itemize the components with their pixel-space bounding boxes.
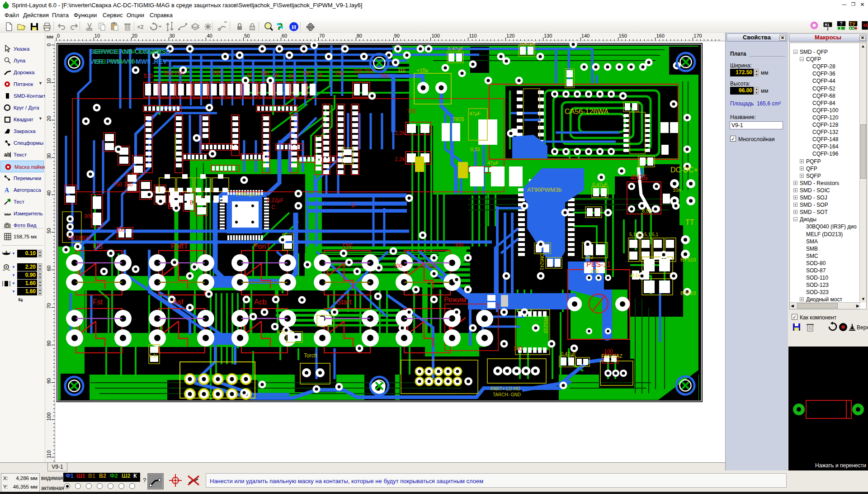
svg-text:750 750: 750 750 (164, 71, 184, 77)
svg-text:6,8k: 6,8k (642, 208, 651, 214)
svg-text:CA56-126WA: CA56-126WA (565, 108, 609, 115)
svg-text:0,47µF: 0,47µF (448, 46, 463, 52)
svg-text:DS: DS (343, 242, 353, 250)
svg-text:1k: 1k (246, 72, 253, 78)
svg-text:PoffT: PoffT (171, 242, 188, 250)
svg-text:750: 750 (407, 108, 416, 114)
svg-text:0,22µF: 0,22µF (267, 197, 284, 204)
svg-text:270: 270 (590, 269, 599, 274)
svg-text:10n: 10n (673, 187, 681, 193)
svg-text:+15v: +15v (416, 67, 428, 74)
svg-text:B: B (190, 200, 193, 206)
svg-text:750 750: 750 750 (113, 181, 133, 188)
svg-text:AT90PWM3b: AT90PWM3b (527, 186, 561, 193)
svg-text:0,33: 0,33 (470, 147, 480, 152)
svg-text:DS18B20: DS18B20 (68, 235, 91, 241)
svg-text:310: 310 (212, 70, 222, 76)
svg-text:300: 300 (454, 242, 463, 248)
svg-text:510: 510 (144, 73, 153, 79)
svg-text:US: US (93, 242, 103, 250)
svg-text:ab: ab (4, 152, 10, 158)
svg-text:FAN GAZ: FAN GAZ (601, 353, 623, 359)
svg-text:1k: 1k (316, 72, 323, 78)
svg-text:Asf: Asf (173, 298, 184, 306)
svg-text:2,2k: 2,2k (395, 130, 406, 136)
svg-text:PES-11: PES-11 (586, 261, 611, 268)
svg-text:2n2: 2n2 (585, 254, 593, 260)
svg-text:750: 750 (260, 71, 269, 77)
svg-text:M: M (863, 23, 868, 28)
svg-text:9,1v: 9,1v (631, 272, 641, 278)
svg-text:TT: TT (685, 218, 694, 226)
svg-text:Режим: Режим (444, 296, 466, 304)
svg-text:300: 300 (84, 213, 93, 219)
svg-text:DC-DC+: DC-DC+ (670, 166, 698, 174)
svg-text:ТУ: ТУ (849, 21, 856, 27)
svg-text:100: 100 (116, 227, 125, 233)
svg-text:ON5241: ON5241 (539, 253, 544, 271)
svg-text:0,47µF: 0,47µF (592, 182, 608, 187)
svg-text:BYS10: BYS10 (680, 257, 696, 262)
svg-text:2,2k: 2,2k (395, 156, 406, 162)
svg-text:PonT: PonT (253, 242, 270, 250)
svg-text:И: И (292, 24, 296, 30)
svg-text:Start: Start (336, 298, 352, 306)
svg-text:D: D (351, 202, 355, 209)
svg-text:750: 750 (335, 71, 344, 77)
svg-text:Acb: Acb (254, 298, 267, 306)
svg-text:750: 750 (302, 71, 311, 77)
svg-text:Torch: Torch (304, 352, 317, 359)
svg-text:470: 470 (278, 330, 285, 335)
svg-text:0,47µF: 0,47µF (561, 351, 576, 356)
svg-text:A: A (5, 187, 9, 194)
svg-text:330 750: 330 750 (354, 68, 373, 75)
svg-text:47µF: 47µF (469, 111, 481, 116)
svg-text:ATMega16: ATMega16 (236, 191, 260, 197)
svg-text:5,1 5,1 5,1 5,1: 5,1 5,1 5,1 5,1 (629, 232, 658, 237)
svg-text:VER. PWM-V9: VER. PWM-V9 (93, 58, 135, 65)
svg-text:C: C (271, 204, 275, 210)
svg-text:1k: 1k (273, 72, 279, 78)
svg-text:300: 300 (393, 263, 402, 269)
svg-text:100: 100 (513, 346, 522, 352)
svg-text:1k: 1k (288, 73, 295, 79)
svg-text:IRS210: IRS210 (543, 317, 548, 333)
svg-text:TARCH- GND: TARCH- GND (493, 392, 521, 397)
svg-text:7805: 7805 (452, 116, 464, 123)
svg-text:5,1k: 5,1k (149, 353, 158, 358)
svg-text:322: 322 (427, 263, 436, 269)
svg-text:A: A (168, 202, 171, 209)
svg-text:BYS10: BYS10 (680, 290, 696, 296)
svg-text:×2: ×2 (137, 24, 144, 30)
svg-text:310: 310 (398, 68, 406, 73)
svg-text:?: ? (840, 21, 843, 26)
svg-text:0,47µF: 0,47µF (520, 43, 536, 46)
svg-text:R1: R1 (825, 23, 830, 27)
svg-text:47µF: 47µF (487, 160, 499, 166)
svg-text:750: 750 (380, 73, 389, 79)
svg-text:SERVICE GMA ECIVRES: SERVICE GMA ECIVRES (93, 48, 166, 55)
svg-text:Fst: Fst (93, 298, 103, 306)
svg-text:4N35: 4N35 (630, 174, 647, 181)
svg-text:PART+ LO HO: PART+ LO HO (491, 386, 520, 391)
